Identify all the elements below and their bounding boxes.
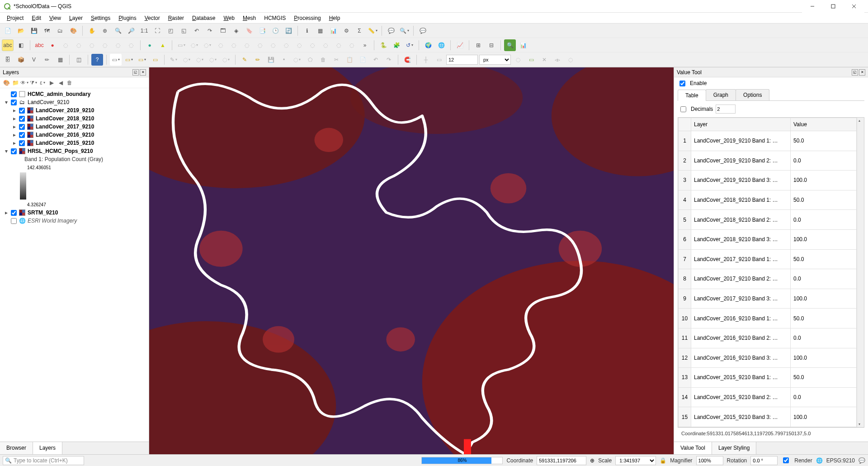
layer-tree-item[interactable]: ▸LandCover_2016_9210 <box>0 131 149 139</box>
crs-icon[interactable]: 🌐 <box>816 457 823 464</box>
trace-icon[interactable]: ◃▹ <box>552 54 563 66</box>
scale-select[interactable]: 1:341937 <box>615 456 656 465</box>
menu-plugins[interactable]: Plugins <box>114 14 140 23</box>
copy-icon[interactable]: 📋 <box>344 54 355 66</box>
layer-tree-item[interactable]: ▾HRSL_HCMC_Pops_9210 <box>0 147 149 155</box>
vect-toolbar-2-icon[interactable]: ◌ <box>267 39 279 51</box>
topo-editing-icon[interactable]: ◌ <box>512 54 524 66</box>
decimals-checkbox[interactable] <box>680 106 686 112</box>
filter-legend-icon[interactable]: ⧩ <box>30 79 37 86</box>
collapse-all-icon[interactable]: ◀ <box>57 79 64 86</box>
layer-visibility-checkbox[interactable] <box>19 124 25 130</box>
undoredo-icon[interactable]: ↺ <box>404 39 415 51</box>
georef-settings-icon[interactable]: ⊟ <box>486 39 497 51</box>
select-by-value-icon[interactable]: ◌ <box>189 39 200 51</box>
layer-tree-item[interactable]: ▸LandCover_2015_9210 <box>0 139 149 147</box>
label-icon[interactable]: abc <box>2 39 14 51</box>
table-row[interactable]: 3LandCover_2019_9210 Band 3: …100.0 <box>679 171 857 190</box>
decimals-input[interactable] <box>716 105 736 114</box>
snap-segment-icon[interactable]: ▭ <box>433 54 445 66</box>
self-snap-icon[interactable]: ◌ <box>565 54 576 66</box>
dock-float-icon[interactable]: ◱ <box>132 69 139 76</box>
zoom-to-selection-icon[interactable]: ◰ <box>165 25 176 37</box>
measure-icon[interactable]: 📏 <box>367 25 378 37</box>
vt-dock-close-icon[interactable]: ✕ <box>859 69 865 76</box>
layer-tree-item[interactable]: ▾🗂LandCover_9210 <box>0 98 149 106</box>
table-row[interactable]: 2LandCover_2019_9210 Band 2: …0.0 <box>679 151 857 171</box>
zoom-to-layer-icon[interactable]: ◱ <box>178 25 189 37</box>
layer-visibility-checkbox[interactable] <box>11 148 17 154</box>
open-data-source-icon[interactable]: 🗄 <box>2 54 14 66</box>
new-3d-view-icon[interactable]: ◈ <box>230 25 242 37</box>
move-feature-icon[interactable]: ◌ <box>220 54 232 66</box>
pan-map-icon[interactable]: ✋ <box>86 25 98 37</box>
add-point-icon[interactable]: • <box>278 54 290 66</box>
table-row[interactable]: 5LandCover_2018_9210 Band 2: …0.0 <box>679 210 857 230</box>
table-row[interactable]: 4LandCover_2018_9210 Band 1: …50.0 <box>679 190 857 210</box>
toggle-editing-icon[interactable]: ◌ <box>181 54 193 66</box>
save-edits-icon[interactable]: 💾 <box>265 54 277 66</box>
add-polygon-icon[interactable]: ⬠ <box>304 54 316 66</box>
label-highlight-icon[interactable]: abc <box>33 39 45 51</box>
tab-table[interactable]: Table <box>678 90 706 101</box>
python-console-icon[interactable]: 🐍 <box>377 39 389 51</box>
layer-tree-item[interactable]: ▸SRTM_9210 <box>0 209 149 217</box>
locator-input[interactable]: 🔍 Type to locate (Ctrl+K) <box>3 456 84 465</box>
table-row[interactable]: 7LandCover_2017_9210 Band 1: …50.0 <box>679 249 857 269</box>
osm-icon[interactable]: 🔍 <box>504 39 516 51</box>
vect-toolbar-6-icon[interactable]: ◌ <box>320 39 331 51</box>
label-toolbar-4-icon[interactable]: ◌ <box>99 39 111 51</box>
save-layer-edits-icon[interactable]: ◌ <box>194 54 206 66</box>
zoom-out-icon[interactable]: 🔎 <box>125 25 137 37</box>
mesh-info-icon[interactable]: ▲ <box>157 39 169 51</box>
vect-toolbar-4-icon[interactable]: ◌ <box>293 39 305 51</box>
open-project-icon[interactable]: 📂 <box>15 25 27 37</box>
map-canvas[interactable] <box>149 67 674 454</box>
menu-edit[interactable]: Edit <box>28 14 45 23</box>
menu-view[interactable]: View <box>45 14 65 23</box>
toggle-extents-icon[interactable]: ⊕ <box>590 457 594 464</box>
layer-tree-item[interactable]: ▸LandCover_2018_9210 <box>0 114 149 123</box>
menu-database[interactable]: Database <box>188 14 219 23</box>
vt-dock-float-icon[interactable]: ◱ <box>852 69 858 76</box>
dock-close-icon[interactable]: ✕ <box>140 69 146 76</box>
statistical-summary-icon[interactable]: Σ <box>354 25 365 37</box>
label-toolbar-1-icon[interactable]: ◌ <box>60 39 71 51</box>
new-shapefile-icon[interactable]: V <box>28 54 40 66</box>
grass-icon[interactable]: 📊 <box>517 39 529 51</box>
layer-visibility-checkbox[interactable] <box>19 140 25 146</box>
processing-toolbox-icon[interactable]: ⚙ <box>340 25 352 37</box>
vect-toolbar-3-icon[interactable]: ◌ <box>280 39 292 51</box>
show-layout-manager-icon[interactable]: 🗂 <box>54 25 66 37</box>
table-row[interactable]: 10LandCover_2016_9210 Band 1: …50.0 <box>679 309 857 328</box>
minimize-button[interactable] <box>802 0 823 13</box>
show-bookmarks-icon[interactable]: 📑 <box>256 25 268 37</box>
select-features-icon[interactable]: ▭ <box>175 39 187 51</box>
tolerance-input[interactable] <box>446 55 478 65</box>
tab-value-tool[interactable]: Value Tool <box>674 442 712 454</box>
menu-web[interactable]: Web <box>219 14 238 23</box>
new-spatial-bookmark-icon[interactable]: 🔖 <box>243 25 255 37</box>
remove-layer-icon[interactable]: 🗑 <box>66 79 73 86</box>
layer-visibility-checkbox[interactable] <box>11 210 17 216</box>
zoom-next-icon[interactable]: ↷ <box>204 25 216 37</box>
new-map-view-icon[interactable]: 🗔 <box>217 25 229 37</box>
zoom-in-icon[interactable]: 🔍 <box>112 25 124 37</box>
undo-icon[interactable]: ↶ <box>370 54 382 66</box>
menu-vector[interactable]: Vector <box>141 14 164 23</box>
deselect-features-icon[interactable]: ◌ <box>202 39 213 51</box>
vect-toolbar-5-icon[interactable]: ◌ <box>307 39 318 51</box>
label-toolbar-6-icon[interactable]: ◌ <box>125 39 137 51</box>
menu-help[interactable]: Help <box>325 14 344 23</box>
layer-visibility-checkbox[interactable] <box>11 218 17 224</box>
enable-checkbox[interactable] <box>679 81 685 86</box>
tolerance-unit-select[interactable]: px <box>479 55 511 65</box>
table-row[interactable]: 9LandCover_2017_9210 Band 3: …100.0 <box>679 289 857 309</box>
table-row[interactable]: 6LandCover_2018_9210 Band 3: …100.0 <box>679 229 857 249</box>
style-mgr-icon[interactable]: 🎨 <box>3 79 10 86</box>
layer-tree-item[interactable]: ▸LandCover_2019_9210 <box>0 106 149 114</box>
layer-visibility-checkbox[interactable] <box>19 108 25 114</box>
select-by-location-icon[interactable]: ◌ <box>241 39 253 51</box>
metasearch-help-icon[interactable]: 🌐 <box>435 39 447 51</box>
rotation-input[interactable] <box>750 456 778 465</box>
